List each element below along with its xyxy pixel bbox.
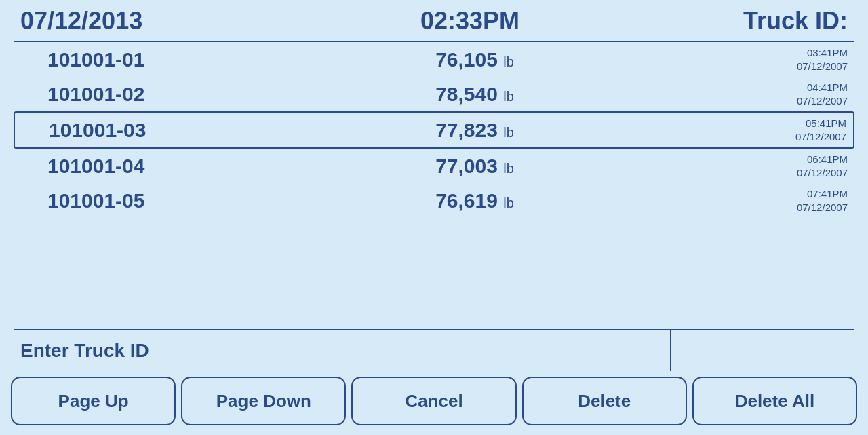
row-weight: 77,003 lb (210, 155, 739, 178)
row-weight: 76,105 lb (210, 48, 739, 71)
delete-all-button[interactable]: Delete All (692, 377, 857, 425)
row-timestamp: 07:41PM07/12/2007 (739, 187, 848, 214)
header: 07/12/2013 02:33PM Truck ID: (0, 0, 868, 41)
row-id: 101001-05 (20, 189, 210, 212)
enter-truck-id-label: Enter Truck ID (20, 340, 149, 362)
screen: 07/12/2013 02:33PM Truck ID: 101001-01 7… (0, 0, 868, 435)
row-id: 101001-03 (22, 119, 212, 142)
delete-button[interactable]: Delete (522, 377, 687, 425)
row-unit: lb (503, 195, 514, 210)
row-id: 101001-02 (20, 83, 210, 106)
table-area: 101001-01 76,105 lb 03:41PM07/12/2007 10… (0, 42, 868, 326)
page-down-button[interactable]: Page Down (181, 377, 346, 425)
buttons-row: Page Up Page Down Cancel Delete Delete A… (0, 371, 868, 435)
row-weight: 78,540 lb (210, 83, 739, 106)
header-time: 02:33PM (197, 7, 743, 35)
row-weight: 77,823 lb (212, 119, 738, 142)
cancel-button[interactable]: Cancel (351, 377, 516, 425)
row-timestamp: 05:41PM07/12/2007 (738, 117, 846, 143)
row-unit: lb (503, 125, 514, 140)
table-row[interactable]: 101001-03 77,823 lb 05:41PM07/12/2007 (14, 111, 854, 149)
row-timestamp: 06:41PM07/12/2007 (739, 153, 848, 179)
row-id: 101001-04 (20, 155, 210, 178)
page-up-button[interactable]: Page Up (11, 377, 176, 425)
row-unit: lb (503, 89, 514, 104)
table-row[interactable]: 101001-05 76,619 lb 07:41PM07/12/2007 (14, 183, 854, 218)
header-truck-id: Truck ID: (743, 7, 848, 35)
row-unit: lb (503, 161, 514, 176)
enter-vertical-divider (670, 330, 671, 371)
header-date: 07/12/2013 (20, 7, 197, 35)
row-id: 101001-01 (20, 48, 210, 71)
row-weight: 76,619 lb (210, 189, 739, 212)
enter-area: Enter Truck ID (0, 330, 868, 371)
table-row[interactable]: 101001-01 76,105 lb 03:41PM07/12/2007 (14, 42, 854, 77)
row-timestamp: 03:41PM07/12/2007 (739, 46, 848, 73)
row-unit: lb (503, 54, 514, 69)
table-row[interactable]: 101001-02 78,540 lb 04:41PM07/12/2007 (14, 77, 854, 111)
table-row[interactable]: 101001-04 77,003 lb 06:41PM07/12/2007 (14, 149, 854, 183)
row-timestamp: 04:41PM07/12/2007 (739, 81, 848, 107)
